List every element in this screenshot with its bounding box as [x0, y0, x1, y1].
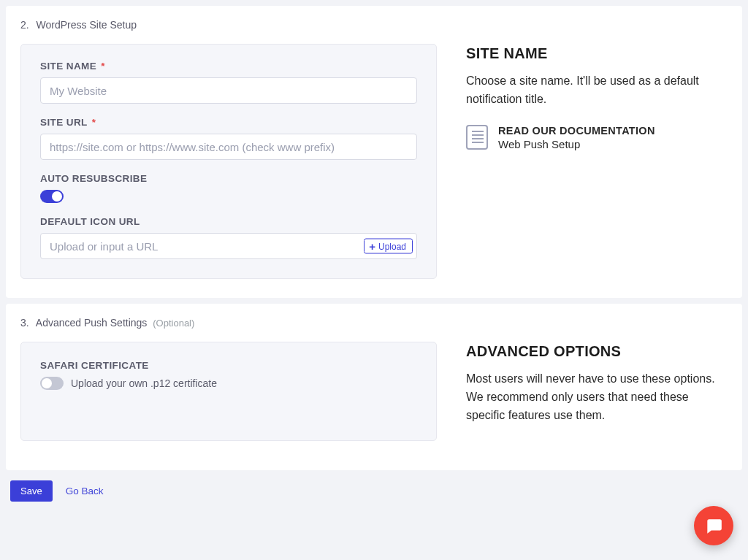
document-icon: [466, 125, 488, 150]
default-icon-input[interactable]: [40, 233, 417, 259]
section-advanced-push: 3. Advanced Push Settings (Optional) SAF…: [6, 304, 742, 469]
go-back-button[interactable]: Go Back: [66, 486, 104, 496]
toggle-knob: [42, 378, 52, 388]
section-number: 3.: [20, 317, 29, 329]
chat-icon: [704, 516, 723, 519]
site-url-input[interactable]: [40, 134, 417, 160]
upload-button[interactable]: + Upload: [364, 239, 413, 254]
help-description: Choose a site name. It'll be used as a d…: [466, 72, 720, 109]
chat-launcher[interactable]: [694, 506, 733, 519]
help-panel: SITE NAME Choose a site name. It'll be u…: [466, 44, 728, 279]
save-button[interactable]: Save: [10, 480, 53, 502]
form-panel: SAFARI CERTIFICATE Upload your own .p12 …: [20, 342, 437, 440]
help-heading: SITE NAME: [466, 45, 720, 62]
safari-cert-label: SAFARI CERTIFICATE: [40, 360, 417, 371]
optional-tag: (Optional): [153, 318, 194, 329]
doc-sub: Web Push Setup: [498, 138, 655, 150]
plus-icon: +: [369, 241, 375, 252]
upload-button-label: Upload: [378, 241, 406, 251]
section-title: Advanced Push Settings: [36, 317, 148, 329]
required-asterisk: *: [101, 61, 105, 72]
site-url-label: SITE URL *: [40, 117, 417, 128]
doc-title: READ OUR DOCUMENTATION: [498, 125, 655, 137]
default-icon-label: DEFAULT ICON URL: [40, 216, 417, 227]
toggle-knob: [52, 191, 62, 202]
form-panel: SITE NAME * SITE URL * AUTO RESUBSCRIBE: [20, 44, 437, 279]
documentation-link[interactable]: READ OUR DOCUMENTATION Web Push Setup: [466, 125, 720, 150]
auto-resubscribe-label: AUTO RESUBSCRIBE: [40, 173, 417, 184]
footer-actions: Save Go Back: [6, 470, 742, 505]
required-asterisk: *: [92, 117, 96, 128]
site-name-input[interactable]: [40, 77, 417, 104]
help-panel: ADVANCED OPTIONS Most users will never h…: [466, 342, 728, 440]
field-auto-resubscribe: AUTO RESUBSCRIBE: [40, 173, 417, 203]
section-title: WordPress Site Setup: [37, 19, 137, 31]
section-wordpress-setup: 2. WordPress Site Setup SITE NAME * SITE…: [6, 6, 742, 298]
field-safari-certificate: SAFARI CERTIFICATE Upload your own .p12 …: [40, 360, 417, 390]
field-default-icon: DEFAULT ICON URL + Upload: [40, 216, 417, 259]
safari-cert-toggle[interactable]: [40, 377, 64, 390]
safari-cert-sub: Upload your own .p12 certificate: [71, 377, 217, 389]
site-name-label: SITE NAME *: [40, 61, 417, 72]
auto-resubscribe-toggle[interactable]: [40, 190, 64, 203]
section-header: 3. Advanced Push Settings (Optional): [20, 317, 728, 329]
help-description: Most users will never have to use these …: [466, 370, 720, 424]
field-site-name: SITE NAME *: [40, 61, 417, 104]
help-heading: ADVANCED OPTIONS: [466, 343, 720, 360]
section-number: 2.: [20, 19, 29, 31]
section-header: 2. WordPress Site Setup: [20, 19, 728, 31]
field-site-url: SITE URL *: [40, 117, 417, 160]
